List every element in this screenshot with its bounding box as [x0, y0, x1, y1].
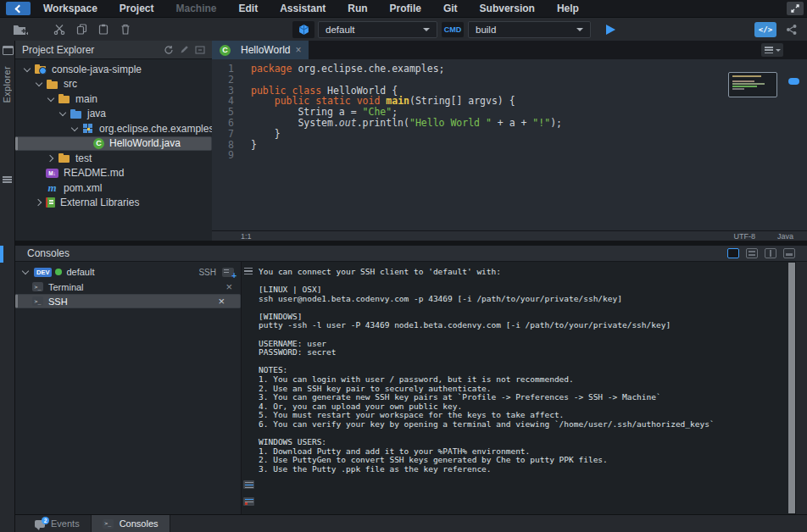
tree-item-external-libraries[interactable]: External Libraries	[15, 196, 212, 211]
process-row-terminal[interactable]: >_Terminal×	[15, 280, 241, 294]
layout-dock-icon[interactable]	[783, 248, 795, 258]
language-indicator[interactable]: Java	[777, 232, 793, 241]
explorer-strip-label[interactable]: Explorer	[2, 66, 12, 103]
console-output-text[interactable]: You can connect your SSH client to 'defa…	[259, 268, 782, 474]
tree-item-main[interactable]: main	[15, 91, 212, 107]
dev-badge: DEV	[34, 268, 52, 277]
wrap-text-icon[interactable]	[243, 480, 254, 489]
chevron-down-icon[interactable]	[44, 93, 58, 105]
machine-cube-icon	[292, 21, 314, 38]
chevron-down-icon[interactable]	[56, 108, 70, 119]
menu-machine[interactable]: Machine	[165, 0, 228, 17]
console-output-panel: You can connect your SSH client to 'defa…	[242, 262, 807, 514]
tree-item-test[interactable]: test	[15, 151, 212, 166]
menu-git[interactable]: Git	[432, 0, 469, 17]
line-number: 4	[212, 96, 239, 107]
back-button[interactable]	[6, 2, 31, 15]
close-icon[interactable]: ×	[225, 281, 232, 292]
code-view-button[interactable]: </>	[754, 22, 776, 37]
chevron-down-icon	[423, 28, 430, 31]
terminal-icon: >_	[103, 519, 114, 529]
tree-item-pom-xml[interactable]: mpom.xml	[15, 180, 212, 196]
add-terminal-icon[interactable]	[222, 268, 234, 277]
chevron-down-icon[interactable]	[20, 64, 34, 75]
output-line: 1. You can login with user / password, b…	[259, 375, 782, 385]
process-row-ssh[interactable]: >_SSH×	[15, 294, 241, 308]
expand-icon[interactable]	[787, 2, 804, 15]
paste-icon[interactable]	[93, 20, 114, 39]
encoding-indicator[interactable]: UTF-8	[733, 232, 755, 241]
chevron-down-icon	[776, 49, 781, 52]
layout-split-icon[interactable]	[765, 248, 776, 258]
code-editor[interactable]: 123456789 package org.eclipse.che.exampl…	[212, 59, 807, 230]
menu-workspace[interactable]: Workspace	[32, 0, 109, 17]
copy-icon[interactable]	[71, 20, 92, 39]
menu-assistant[interactable]: Assistant	[269, 0, 337, 17]
line-number: 2	[212, 75, 239, 86]
chevron-down-icon[interactable]	[68, 123, 81, 135]
run-command-button[interactable]	[599, 21, 621, 38]
project-explorer-panel: Project Explorer console-java-simplesrcm…	[15, 41, 212, 241]
tree-item-label: org.eclipse.che.examples	[99, 123, 212, 135]
output-line	[259, 303, 782, 313]
output-line: 6. You can verify your key by opening a …	[259, 420, 782, 429]
events-tab-label: Events	[51, 518, 80, 529]
tree-item-console-java-simple[interactable]: console-java-simple	[15, 62, 212, 77]
layout-single-icon[interactable]	[727, 248, 739, 258]
output-line: WINDOWS USERS:	[259, 438, 782, 447]
editor-tab-helloworld[interactable]: C HelloWorld ×	[212, 41, 309, 59]
scroll-to-end-icon[interactable]	[243, 497, 254, 506]
output-line: USERNAME: user	[259, 340, 782, 349]
tree-item-java[interactable]: java	[15, 107, 212, 122]
console-scrollbar[interactable]	[788, 263, 795, 513]
tree-item-readme-md[interactable]: M↓README.md	[15, 166, 212, 181]
consoles-tab-label: Consoles	[120, 518, 159, 529]
editor-scrollbar[interactable]	[788, 78, 799, 85]
close-icon[interactable]: ×	[295, 45, 301, 55]
chevron-right-icon[interactable]	[32, 197, 46, 208]
line-number: 1	[212, 64, 239, 75]
new-folder-icon[interactable]	[10, 20, 31, 39]
consoles-body: DEV default SSH >_Terminal×>_SSH× You ca…	[15, 262, 807, 514]
tree-item-org-eclipse-che-examples[interactable]: org.eclipse.che.examples	[15, 121, 212, 136]
share-icon[interactable]	[782, 20, 802, 39]
cut-icon[interactable]	[49, 20, 70, 39]
menu-project[interactable]: Project	[109, 0, 165, 17]
delete-icon[interactable]	[115, 20, 136, 39]
terminal-icon: >_	[32, 282, 43, 291]
command-selector[interactable]: build	[468, 21, 591, 38]
outline-part-icon[interactable]	[3, 176, 12, 184]
close-icon[interactable]: ×	[218, 296, 225, 307]
tree-item-helloworld-java[interactable]: CHelloWorld.java	[15, 136, 212, 152]
machine-status-dot	[55, 269, 62, 275]
menu-edit[interactable]: Edit	[228, 0, 270, 17]
refresh-icon[interactable]	[164, 45, 174, 55]
menu-help[interactable]: Help	[546, 0, 590, 17]
editor-options-button[interactable]	[761, 43, 783, 57]
chevron-down-icon[interactable]	[20, 266, 31, 278]
maven-icon: m	[46, 182, 58, 193]
tree-item-src[interactable]: src	[15, 77, 212, 92]
chevron-right-icon[interactable]	[44, 152, 58, 164]
edit-icon[interactable]	[180, 45, 189, 54]
code-line: }	[251, 129, 714, 140]
menu-profile[interactable]: Profile	[379, 0, 432, 17]
menu-subversion[interactable]: Subversion	[469, 0, 546, 17]
menu-run[interactable]: Run	[337, 0, 378, 17]
tab-events[interactable]: 2 Events	[24, 515, 92, 532]
layout-rows-icon[interactable]	[746, 248, 758, 258]
machine-selector[interactable]: default	[318, 21, 437, 38]
chevron-spacer	[32, 182, 46, 194]
machine-row[interactable]: DEV default SSH	[15, 264, 241, 280]
tab-consoles[interactable]: >_ Consoles	[92, 515, 170, 532]
menu-items: WorkspaceProjectMachineEditAssistantRunP…	[32, 0, 590, 17]
collapse-all-icon[interactable]	[195, 45, 205, 55]
hamburger-icon[interactable]	[244, 268, 253, 274]
explorer-part-icon[interactable]	[3, 46, 14, 55]
project-badge-icon	[39, 67, 47, 75]
output-line	[259, 277, 782, 286]
code-line: System.out.println("Hello World " + a + …	[251, 118, 714, 129]
consoles-title: Consoles	[27, 247, 70, 259]
chevron-down-icon[interactable]	[32, 78, 46, 90]
output-right-strip	[795, 262, 807, 514]
